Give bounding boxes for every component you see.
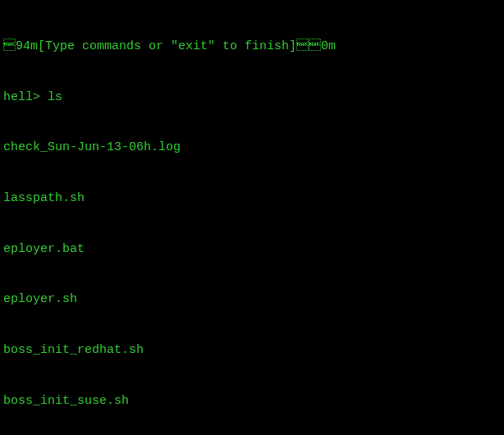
banner-line: 94m[Type commands or "exit" to finish]… (3, 39, 501, 56)
file-entry: eployer.bat (3, 241, 501, 259)
file-entry: check_Sun-Jun-13-06h.log (3, 140, 501, 157)
file-entry: lasspath.sh (3, 190, 501, 208)
file-entry: boss_init_suse.sh (3, 393, 501, 410)
command-ls: ls (48, 90, 62, 104)
file-entry: eployer.sh (3, 291, 501, 309)
terminal-output[interactable]: 94m[Type commands or "exit" to finish]… (3, 5, 501, 435)
file-entry: boss_init_redhat.sh (3, 342, 501, 359)
shell-prompt: hell> (3, 90, 40, 104)
prompt-line-1: hell> ls (3, 89, 501, 107)
